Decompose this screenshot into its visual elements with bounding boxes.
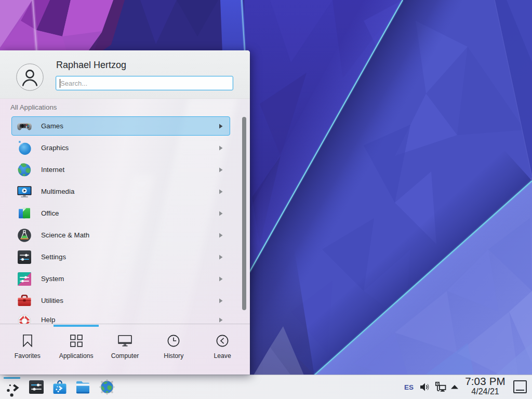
section-label: All Applications	[10, 103, 57, 111]
launcher-tabbar: Favorites Applications Comput	[3, 326, 247, 375]
flask-icon	[16, 227, 33, 244]
sliders-dark-icon	[16, 249, 33, 265]
category-item-system[interactable]: System	[11, 269, 230, 288]
submenu-arrow-icon	[219, 298, 223, 303]
taskbar-discover-button[interactable]	[51, 378, 69, 396]
submenu-arrow-icon	[219, 189, 223, 194]
submenu-arrow-icon	[219, 317, 223, 323]
tab-computer[interactable]: Computer	[101, 326, 150, 375]
gamepad-icon	[16, 118, 33, 135]
category-item-multimedia[interactable]: Multimedia	[11, 182, 230, 201]
submenu-arrow-icon	[219, 145, 223, 151]
category-label: Graphics	[41, 144, 69, 152]
list-scrollbar[interactable]	[242, 117, 246, 310]
category-item-science-math[interactable]: Science & Math	[11, 225, 230, 245]
category-label: Office	[41, 209, 59, 217]
category-label: Settings	[41, 253, 66, 261]
taskbar-system-settings-button[interactable]	[28, 378, 45, 396]
folder-icon	[75, 379, 91, 395]
submenu-arrow-icon	[219, 124, 223, 129]
leave-circle-icon	[216, 335, 229, 347]
expand-tray-caret-icon[interactable]	[449, 384, 460, 390]
category-list: Games Graphics	[0, 113, 250, 324]
tab-leave[interactable]: Leave	[198, 326, 247, 375]
user-avatar[interactable]	[16, 63, 44, 91]
system-settings-icon	[28, 379, 45, 395]
show-desktop-icon	[516, 390, 524, 391]
active-task-indicator	[4, 377, 20, 379]
desktop: ES 7:03 PM 4/24/21 Raphael Hertz	[0, 0, 532, 399]
web-browser-globe-icon	[99, 379, 115, 395]
documents-icon	[16, 205, 33, 222]
tab-label: Applications	[59, 352, 94, 360]
category-label: Help	[41, 316, 55, 324]
tab-history[interactable]: History	[149, 326, 198, 375]
taskbar-file-manager-button[interactable]	[74, 378, 92, 396]
tab-favorites[interactable]: Favorites	[3, 326, 52, 375]
category-label: System	[41, 275, 64, 283]
submenu-arrow-icon	[219, 255, 223, 260]
application-launcher: Raphael Hertzog Search... All Applicatio…	[0, 50, 250, 375]
category-label: Internet	[41, 166, 64, 174]
submenu-arrow-icon	[219, 233, 223, 238]
category-item-office[interactable]: Office	[11, 204, 230, 223]
tab-label: History	[164, 352, 183, 360]
toolbox-icon	[16, 292, 33, 309]
discover-bag-icon	[51, 379, 68, 395]
graphics-sphere-icon	[16, 140, 33, 156]
clock-icon	[167, 335, 180, 347]
user-name: Raphael Hertzog	[56, 60, 126, 71]
search-input[interactable]: Search...	[56, 76, 233, 90]
clock-time: 7:03 PM	[460, 376, 510, 387]
category-label: Utilities	[41, 297, 63, 304]
submenu-arrow-icon	[219, 167, 223, 172]
show-desktop-button[interactable]	[513, 380, 527, 393]
globe-icon	[16, 162, 33, 178]
monitor-icon	[118, 335, 132, 347]
volume-icon[interactable]	[418, 381, 431, 393]
clock[interactable]: 7:03 PM 4/24/21	[460, 376, 510, 397]
clock-date: 4/24/21	[460, 387, 510, 396]
monitor-play-icon	[16, 183, 33, 200]
grid-icon	[70, 335, 83, 347]
category-item-games[interactable]: Games	[11, 116, 230, 136]
category-item-internet[interactable]: Internet	[11, 160, 230, 179]
tab-label: Leave	[214, 352, 231, 360]
lifebuoy-icon	[16, 312, 33, 324]
taskbar: ES 7:03 PM 4/24/21	[0, 375, 532, 399]
tab-label: Computer	[111, 352, 139, 360]
keyboard-layout-indicator[interactable]: ES	[401, 375, 417, 399]
category-label: Science & Math	[41, 231, 89, 239]
category-item-graphics[interactable]: Graphics	[11, 138, 230, 157]
bookmark-icon	[23, 335, 32, 347]
search-placeholder: Search...	[60, 79, 87, 87]
wired-network-icon[interactable]	[434, 381, 447, 393]
category-item-utilities[interactable]: Utilities	[11, 291, 230, 310]
tabbar-separator	[0, 324, 250, 324]
category-label: Multimedia	[41, 188, 74, 195]
category-label: Games	[41, 122, 63, 130]
kali-launcher-icon	[3, 380, 21, 397]
sliders-color-icon	[16, 271, 33, 287]
submenu-arrow-icon	[219, 276, 223, 282]
submenu-arrow-icon	[219, 211, 223, 216]
tab-label: Favorites	[15, 352, 41, 360]
taskbar-web-browser-button[interactable]	[98, 378, 116, 396]
app-launcher-button[interactable]	[1, 375, 23, 399]
tab-applications[interactable]: Applications	[52, 326, 101, 375]
category-item-settings[interactable]: Settings	[11, 247, 230, 267]
category-item-help[interactable]: Help	[11, 310, 230, 324]
